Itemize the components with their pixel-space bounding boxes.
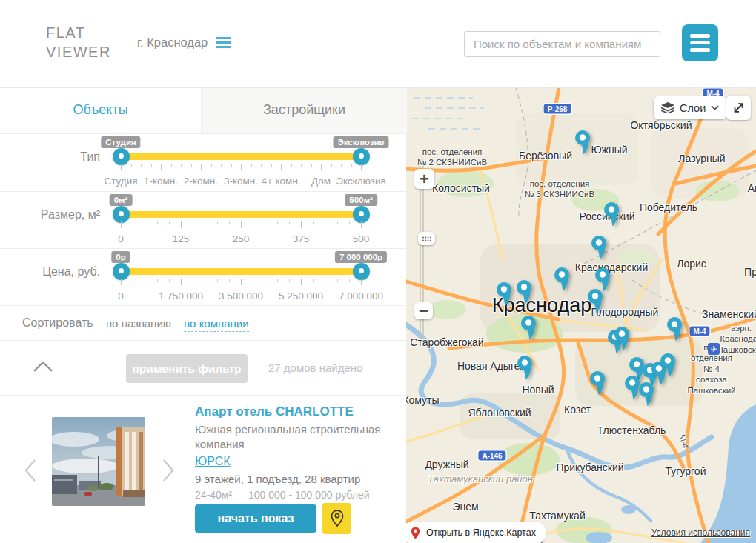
map-label: Тахтамукайский район — [428, 473, 533, 485]
apply-row: применить фильтр 27 домов найдено — [0, 340, 406, 396]
slider-track[interactable] — [119, 153, 362, 160]
tick-mark — [151, 164, 152, 167]
map-pin[interactable] — [515, 355, 536, 382]
map-label: пос. отделения № 3 СКЗНИИСиВ — [525, 179, 594, 200]
map-label: Колосистый — [432, 182, 490, 196]
type-badge-left: Студия — [101, 136, 140, 148]
map-pin[interactable] — [573, 130, 594, 156]
search-input[interactable] — [464, 31, 660, 57]
tick-mark — [191, 164, 192, 167]
tab-developers[interactable]: Застройщики — [201, 87, 407, 133]
map-pin[interactable] — [658, 353, 679, 379]
app-logo[interactable]: FLAT VIEWER — [46, 23, 111, 61]
tick-label: 4+ комн. — [261, 176, 300, 187]
property-title[interactable]: Апарт отель CHARLOTTE — [195, 404, 354, 419]
tick-mark — [301, 279, 302, 285]
tick-mark — [161, 164, 162, 170]
tick-mark — [349, 279, 350, 282]
price-slider-handle-left[interactable] — [113, 263, 130, 280]
map-label: Пр — [744, 266, 756, 279]
results-count: 27 домов найдено — [268, 362, 362, 374]
tick-mark — [221, 164, 222, 167]
map-canvas[interactable]: Краснодар Октябрьскийпос. отделения № 2 … — [406, 87, 756, 543]
chevron-down-icon — [711, 105, 719, 110]
start-show-button[interactable]: начать показ — [195, 504, 316, 533]
map-label: Дружный — [425, 459, 468, 472]
map-label: Победитель — [640, 201, 697, 215]
size-badge-right: 500м² — [345, 194, 377, 206]
map-pin[interactable] — [612, 326, 633, 353]
layers-button[interactable]: Слои — [654, 96, 726, 119]
map-label: Энем — [452, 501, 478, 514]
map-pin[interactable] — [589, 235, 610, 261]
zoom-out-button[interactable]: − — [414, 302, 433, 319]
apply-filter-button[interactable]: применить фильтр — [126, 354, 248, 383]
tick-label: 500 — [353, 233, 370, 244]
map-pin[interactable] — [552, 267, 573, 293]
logo-line-1: FLAT — [46, 23, 111, 42]
tick-mark — [313, 279, 314, 282]
slider-tick-labels: 01 750 0003 500 0005 250 0007 000 000 — [121, 290, 361, 302]
carousel-prev-button[interactable] — [22, 458, 39, 486]
collapse-filters-button[interactable] — [33, 360, 53, 376]
tick-mark — [157, 221, 158, 224]
tick-mark — [181, 279, 182, 285]
map-pin[interactable] — [514, 279, 535, 306]
slider-track[interactable] — [119, 211, 362, 218]
slider-track[interactable] — [119, 268, 362, 275]
tick-mark — [193, 221, 193, 224]
map-label: Новый — [522, 384, 554, 397]
terms-of-use-link[interactable]: Условия использования — [651, 527, 750, 538]
map-label: Знаменский — [702, 308, 756, 322]
type-slider-handle-left[interactable] — [113, 148, 130, 165]
city-selector[interactable]: г. Краснодар — [137, 35, 231, 50]
tick-mark — [325, 279, 325, 282]
map-pin[interactable] — [637, 382, 657, 408]
size-badge-left: 0м² — [110, 194, 133, 206]
tick-mark — [291, 164, 292, 167]
tick-mark — [229, 279, 230, 282]
tick-mark — [265, 221, 265, 224]
map-pin[interactable] — [586, 288, 606, 315]
map-pin[interactable] — [602, 201, 623, 228]
map-pin[interactable] — [494, 282, 515, 308]
show-on-map-button[interactable] — [322, 503, 351, 534]
company-link[interactable]: ЮРСК — [195, 455, 231, 468]
city-menu-icon[interactable] — [216, 35, 231, 50]
zoom-in-button[interactable]: + — [414, 169, 434, 189]
type-slider-handle-right[interactable] — [353, 148, 370, 165]
tick-label: 2-комн. — [184, 176, 218, 187]
carousel-next-button[interactable] — [160, 458, 176, 486]
property-details: 9 этажей, 1 подъезд, 28 квартир — [195, 473, 360, 485]
layers-label: Слои — [680, 102, 706, 114]
tick-mark — [361, 279, 362, 285]
tick-label: 1-комн. — [144, 176, 178, 187]
map-pin[interactable] — [588, 370, 609, 397]
sort-by-name[interactable]: по названию — [106, 317, 171, 330]
filter-panel: Объекты Застройщики Тип Студия Эксклюзив… — [0, 87, 406, 543]
sort-by-company[interactable]: по компании — [184, 317, 249, 332]
tick-mark — [121, 221, 122, 228]
main-menu-button[interactable] — [682, 24, 718, 61]
map-pin[interactable] — [665, 316, 686, 343]
price-slider-handle-right[interactable] — [353, 263, 370, 280]
tick-mark — [169, 221, 170, 224]
tick-mark — [217, 279, 218, 282]
tick-mark — [337, 279, 338, 282]
size-slider-handle-right[interactable] — [353, 206, 370, 223]
tick-mark — [193, 279, 193, 282]
tick-mark — [205, 221, 205, 224]
filter-label-size: Размер, м² — [0, 208, 100, 221]
road-badge: Р-268 — [544, 104, 571, 114]
ruler-button[interactable] — [418, 232, 435, 245]
open-in-yandex-link[interactable]: Открыть в Яндекс.Картах — [426, 527, 536, 538]
tick-mark — [133, 221, 133, 224]
tab-objects[interactable]: Объекты — [0, 87, 201, 133]
tick-mark — [253, 279, 253, 282]
map-pin[interactable] — [519, 315, 540, 342]
fullscreen-button[interactable] — [726, 96, 751, 120]
filter-row-price: Цена, руб. 0р 7 000 000р 01 750 0003 500… — [0, 248, 406, 306]
tick-label: 3 500 000 — [219, 290, 263, 302]
property-photo[interactable] — [52, 417, 145, 506]
size-slider-handle-left[interactable] — [113, 206, 130, 223]
